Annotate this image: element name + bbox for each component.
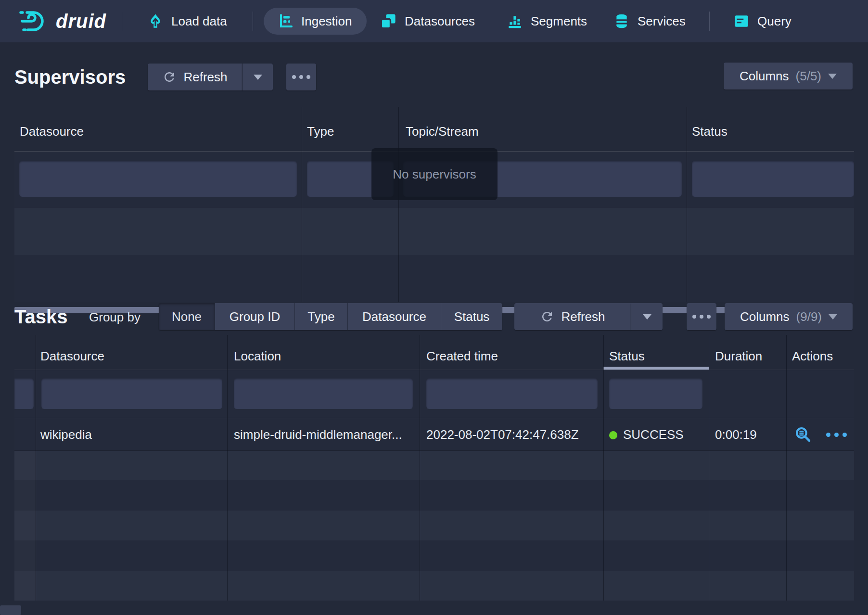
nav-item-label: Load data xyxy=(171,14,227,29)
segments-icon xyxy=(507,13,523,29)
tasks-datasource-filter-input[interactable] xyxy=(41,378,222,409)
columns-count: (9/9) xyxy=(796,309,822,324)
tasks-status-filter-input[interactable] xyxy=(609,378,702,409)
sup-status-filter-input[interactable] xyxy=(692,161,854,197)
tasks-refresh-caret-button[interactable] xyxy=(631,303,663,330)
tasks-columns-button[interactable]: Columns (9/9) xyxy=(725,303,853,330)
tasks-more-button[interactable] xyxy=(687,303,716,330)
datasources-icon xyxy=(380,13,397,30)
task-actions-cell xyxy=(794,425,847,444)
no-supervisors-message: No supervisors xyxy=(371,148,498,200)
tasks-col-divider xyxy=(786,335,787,601)
tasks-horizontal-scrollbar[interactable] xyxy=(0,605,21,615)
chevron-down-icon xyxy=(643,314,651,320)
nav-item-load-data[interactable]: Load data xyxy=(147,0,227,42)
sup-col-divider xyxy=(687,107,687,302)
task-location-cell: simple-druid-middlemanager... xyxy=(234,427,402,442)
sup-col-header-topic-stream[interactable]: Topic/Stream xyxy=(406,124,479,139)
group-by-type-button[interactable]: Type xyxy=(294,303,347,330)
refresh-label: Refresh xyxy=(561,309,605,324)
tasks-group-filter-input-clipped[interactable] xyxy=(14,378,34,409)
tasks-created-time-filter-input[interactable] xyxy=(426,378,598,409)
nav-item-label: Services xyxy=(638,14,686,29)
refresh-icon xyxy=(540,309,554,324)
sup-datasource-filter-input[interactable] xyxy=(19,161,297,197)
columns-label: Columns xyxy=(740,309,790,324)
task-datasource-cell: wikipedia xyxy=(40,427,92,442)
nav-item-label: Datasources xyxy=(405,14,475,29)
druid-logo[interactable]: druid xyxy=(17,0,106,42)
nav-item-label: Query xyxy=(757,14,791,29)
tasks-refresh-button[interactable]: Refresh xyxy=(514,303,631,330)
task-duration-cell: 0:00:19 xyxy=(715,427,757,442)
tasks-col-divider xyxy=(36,335,36,601)
sup-col-header-datasource[interactable]: Datasource xyxy=(20,124,84,139)
tasks-title: Tasks xyxy=(14,306,67,328)
nav-bar: druid Load data xyxy=(0,0,868,42)
tasks-col-header-duration[interactable]: Duration xyxy=(715,349,762,364)
task-pad-row xyxy=(14,511,854,540)
nav-item-query[interactable]: Query xyxy=(733,0,791,42)
sup-col-header-status[interactable]: Status xyxy=(692,124,728,139)
tasks-col-header-status[interactable]: Status xyxy=(609,349,645,364)
columns-label: Columns xyxy=(740,69,789,84)
group-by-status-button[interactable]: Status xyxy=(441,303,502,330)
more-icon xyxy=(292,75,310,79)
task-actions-menu-icon[interactable] xyxy=(826,433,847,437)
query-icon xyxy=(733,13,750,29)
group-by-label: Group by xyxy=(89,310,140,325)
refresh-icon xyxy=(162,70,177,84)
supervisors-columns-button[interactable]: Columns (5/5) xyxy=(724,63,853,90)
group-by-none-button[interactable]: None xyxy=(159,303,215,330)
tasks-col-header-datasource[interactable]: Datasource xyxy=(40,349,104,364)
status-success-dot-icon xyxy=(609,431,617,439)
nav-divider xyxy=(709,12,710,31)
group-by-button-group: None Group ID Type Datasource Status xyxy=(159,303,502,330)
more-icon xyxy=(692,315,711,319)
chevron-down-icon xyxy=(829,314,837,320)
ingestion-icon xyxy=(278,13,294,29)
services-icon xyxy=(613,13,630,29)
supervisors-title: Supervisors xyxy=(14,66,126,88)
chevron-down-icon xyxy=(254,75,262,80)
nav-item-segments[interactable]: Segments xyxy=(507,0,587,42)
druid-console: druid Load data xyxy=(0,0,868,615)
sup-empty-row xyxy=(14,255,854,302)
upload-arrow-icon xyxy=(147,13,164,29)
supervisors-refresh-button[interactable]: Refresh xyxy=(148,64,242,90)
druid-logo-icon xyxy=(17,9,49,34)
task-pad-row xyxy=(14,571,854,601)
sup-empty-row xyxy=(14,208,854,255)
tasks-col-divider xyxy=(709,335,709,601)
nav-item-services[interactable]: Services xyxy=(613,0,686,42)
tasks-col-header-location[interactable]: Location xyxy=(234,349,281,364)
refresh-label: Refresh xyxy=(183,70,227,85)
columns-count: (5/5) xyxy=(796,69,821,84)
group-by-group-id-button[interactable]: Group ID xyxy=(215,303,294,330)
task-pad-row xyxy=(14,480,854,511)
sup-col-divider xyxy=(398,107,399,302)
row-divider xyxy=(14,450,854,451)
sup-col-divider xyxy=(302,107,302,302)
sup-col-header-type[interactable]: Type xyxy=(307,124,334,139)
nav-divider xyxy=(253,12,253,31)
nav-item-datasources[interactable]: Datasources xyxy=(380,0,475,42)
tasks-location-filter-input[interactable] xyxy=(234,378,413,409)
task-pad-row xyxy=(14,450,854,480)
status-badge: SUCCESS xyxy=(623,427,684,442)
tasks-col-header-created-time[interactable]: Created time xyxy=(426,349,498,364)
nav-item-ingestion[interactable]: Ingestion xyxy=(264,8,367,35)
row-divider xyxy=(14,418,854,418)
tasks-col-header-actions[interactable]: Actions xyxy=(792,349,833,364)
supervisors-refresh-caret-button[interactable] xyxy=(242,64,273,90)
tasks-col-divider xyxy=(420,335,420,601)
tasks-col-divider xyxy=(227,335,228,601)
tasks-col-divider xyxy=(603,335,604,601)
group-by-datasource-button[interactable]: Datasource xyxy=(347,303,441,330)
supervisors-more-button[interactable] xyxy=(286,64,316,90)
view-log-search-icon[interactable] xyxy=(794,425,812,444)
brand-text: druid xyxy=(56,11,106,32)
nav-item-label: Ingestion xyxy=(301,14,352,29)
task-status-cell: SUCCESS xyxy=(609,427,684,442)
nav-divider xyxy=(122,12,122,31)
